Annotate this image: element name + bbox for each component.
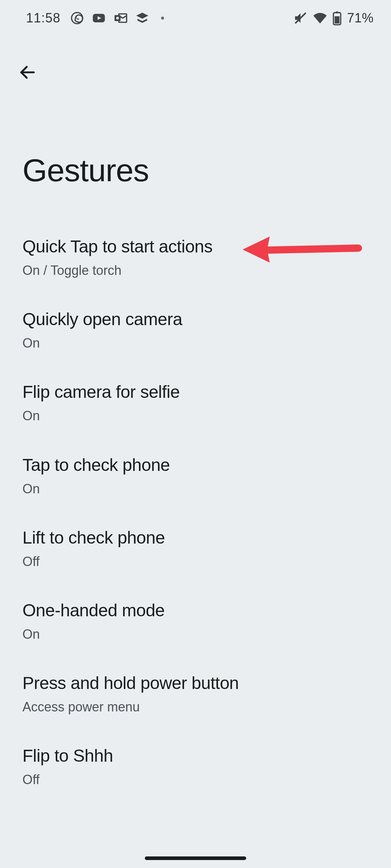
status-right: 71% bbox=[293, 10, 374, 26]
page-title: Gestures bbox=[22, 152, 149, 189]
battery-text: 71% bbox=[347, 10, 374, 26]
svg-rect-6 bbox=[336, 12, 339, 13]
row-title: One-handed mode bbox=[22, 600, 369, 621]
whatsapp-icon bbox=[70, 11, 84, 25]
row-title: Press and hold power button bbox=[22, 672, 369, 694]
outlook-icon bbox=[113, 11, 128, 25]
row-sub: On bbox=[22, 408, 369, 424]
row-quickly-open-camera[interactable]: Quickly open camera On bbox=[0, 293, 391, 366]
battery-icon bbox=[332, 11, 342, 25]
row-flip-to-shhh[interactable]: Flip to Shhh Off bbox=[0, 730, 391, 803]
row-tap-to-check[interactable]: Tap to check phone On bbox=[0, 439, 391, 512]
row-sub: On bbox=[22, 335, 369, 351]
row-lift-to-check[interactable]: Lift to check phone Off bbox=[0, 512, 391, 584]
row-sub: On / Toggle torch bbox=[22, 263, 369, 278]
row-sub: On bbox=[22, 481, 369, 497]
stack-icon bbox=[135, 11, 150, 25]
status-bar: 11:58 71% bbox=[0, 0, 391, 36]
row-title: Flip to Shhh bbox=[22, 745, 369, 767]
row-sub: Off bbox=[22, 772, 369, 787]
status-time: 11:58 bbox=[26, 10, 60, 26]
status-left: 11:58 bbox=[26, 10, 164, 26]
svg-rect-7 bbox=[335, 16, 340, 24]
row-title: Tap to check phone bbox=[22, 454, 369, 476]
row-sub: Access power menu bbox=[22, 699, 369, 715]
row-quick-tap[interactable]: Quick Tap to start actions On / Toggle t… bbox=[0, 221, 391, 293]
nav-handle[interactable] bbox=[145, 856, 246, 860]
row-flip-camera-selfie[interactable]: Flip camera for selfie On bbox=[0, 366, 391, 439]
youtube-icon bbox=[92, 11, 106, 25]
row-sub: Off bbox=[22, 554, 369, 569]
row-press-hold-power[interactable]: Press and hold power button Access power… bbox=[0, 657, 391, 730]
row-title: Quick Tap to start actions bbox=[22, 236, 369, 258]
wifi-icon bbox=[313, 11, 327, 25]
notification-dot-icon bbox=[161, 17, 164, 20]
svg-point-4 bbox=[116, 17, 119, 20]
row-one-handed-mode[interactable]: One-handed mode On bbox=[0, 584, 391, 657]
row-title: Quickly open camera bbox=[22, 309, 369, 330]
row-title: Flip camera for selfie bbox=[22, 381, 369, 403]
settings-list: Quick Tap to start actions On / Toggle t… bbox=[0, 221, 391, 803]
row-title: Lift to check phone bbox=[22, 527, 369, 549]
row-sub: On bbox=[22, 626, 369, 642]
mute-icon bbox=[293, 11, 308, 25]
back-button[interactable] bbox=[16, 61, 39, 84]
